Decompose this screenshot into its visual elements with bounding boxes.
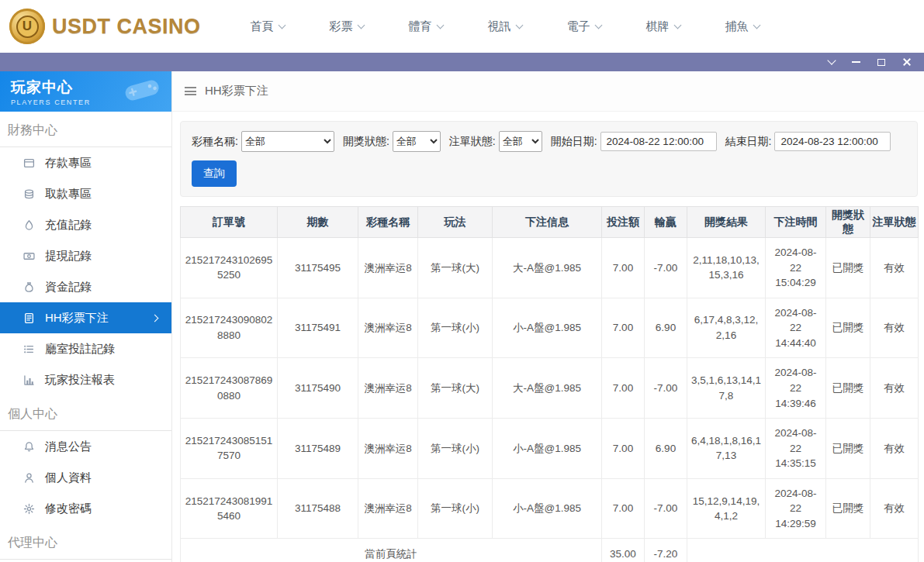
bet-records-table: 訂單號 期數 彩種名稱 玩法 下注信息 投注額 輸贏 開獎結果 下注時間 開獎狀… <box>180 206 919 562</box>
menu-item-electronic[interactable]: 電子 <box>567 19 601 34</box>
win-cell: -7.00 <box>645 238 687 298</box>
order-status-select[interactable]: 全部 <box>499 131 542 152</box>
filter-row: 彩種名稱: 全部 開獎狀態: 全部 注單狀態: 全部 開始日期: 結束日期: <box>192 131 908 152</box>
result-cell: 6,4,18,1,8,16,17,13 <box>687 419 766 479</box>
menu-item-lottery[interactable]: 彩票 <box>330 19 364 34</box>
draw-status-cell: 已開獎 <box>826 478 870 539</box>
sidebar-item-profile[interactable]: 個人資料 <box>0 462 171 493</box>
order-cell: 2152172430908028880 <box>181 298 278 358</box>
menu-item-label: 電子 <box>567 19 590 34</box>
order-cell: 2152172430851517570 <box>181 419 278 479</box>
column-header-lottery: 彩種名稱 <box>358 207 418 238</box>
chevron-down-icon <box>357 21 365 29</box>
menu-item-video[interactable]: 視訊 <box>488 19 522 34</box>
column-header-order: 訂單號 <box>181 207 278 238</box>
order-cell: 2152172430819915460 <box>181 478 278 539</box>
table-header-row: 訂單號 期數 彩種名稱 玩法 下注信息 投注額 輸贏 開獎結果 下注時間 開獎狀… <box>181 207 919 238</box>
column-header-play: 玩法 <box>418 207 493 238</box>
draw-status-cell: 已開獎 <box>826 419 870 479</box>
order-status-cell: 有效 <box>870 419 919 479</box>
sidebar-item-label: 提現記錄 <box>45 249 92 264</box>
minimize-icon[interactable] <box>852 61 860 63</box>
time-cell: 2024-08-22 15:04:29 <box>766 238 826 298</box>
order-status-cell: 有效 <box>870 298 919 358</box>
chevron-down-icon <box>594 21 602 29</box>
play-cell: 第一球(小) <box>418 298 493 358</box>
players-center-header: 玩家中心 PLAYERS CENTER <box>0 71 171 112</box>
main-menu: 首頁 彩票 體育 視訊 電子 棋牌 捕魚 <box>251 19 760 34</box>
order-status-label: 注單狀態: <box>449 135 496 149</box>
table-row: 2152172430851517570 31175489 澳洲幸运8 第一球(小… <box>181 419 919 479</box>
menu-item-boardgames[interactable]: 棋牌 <box>646 19 680 34</box>
win-cell: -7.00 <box>645 358 687 419</box>
section-header-personal: 個人中心 <box>0 395 171 431</box>
sidebar-item-label: 資金記錄 <box>45 280 92 295</box>
sidebar-item-hh-lottery-bet[interactable]: HH彩票下注 <box>0 302 171 333</box>
sidebar-item-label: HH彩票下注 <box>45 311 109 326</box>
end-date-input[interactable] <box>774 132 891 151</box>
sidebar-item-label: 取款專區 <box>45 187 92 202</box>
sidebar-item-label: 修改密碼 <box>45 502 92 516</box>
menu-item-fishing[interactable]: 捕魚 <box>725 19 760 34</box>
page-summary-row: 當前頁統計 35.00 -7.20 <box>181 539 919 562</box>
result-cell: 2,11,18,10,13,15,3,16 <box>687 238 766 298</box>
section-header-finance: 財務中心 <box>0 112 171 147</box>
result-cell: 15,12,9,14,19,4,1,2 <box>687 478 766 539</box>
gear-icon <box>23 503 35 515</box>
result-cell: 3,5,1,6,13,14,17,8 <box>687 358 766 419</box>
deposit-icon <box>23 157 35 169</box>
sidebar-item-recharge-record[interactable]: 充值記錄 <box>0 209 171 240</box>
page-summary-amount: 35.00 <box>602 539 645 562</box>
menu-item-label: 首頁 <box>251 19 274 34</box>
sidebar-item-announcements[interactable]: 消息公告 <box>0 431 171 462</box>
logo[interactable]: U USDT CASINO <box>9 9 201 44</box>
sidebar-item-withdraw[interactable]: 取款專區 <box>0 178 171 209</box>
sidebar-item-hall-bet-records[interactable]: 廳室投註記錄 <box>0 333 171 364</box>
chevron-down-icon <box>436 21 444 29</box>
chevron-down-icon <box>753 21 760 29</box>
amount-cell: 7.00 <box>602 478 645 539</box>
filter-panel: 彩種名稱: 全部 開獎狀態: 全部 注單狀態: 全部 開始日期: 結束日期: 查… <box>180 121 918 197</box>
lottery-cell: 澳洲幸运8 <box>358 419 418 479</box>
order-status-cell: 有效 <box>870 478 919 539</box>
bet-info-cell: 大-A盤@1.985 <box>493 358 602 419</box>
query-button[interactable]: 查詢 <box>192 160 237 187</box>
menu-item-home[interactable]: 首頁 <box>251 19 285 34</box>
amount-cell: 7.00 <box>602 358 645 419</box>
page-title: HH彩票下注 <box>205 84 268 98</box>
sidebar-item-funds-record[interactable]: 資金記錄 <box>0 271 171 302</box>
bet-info-cell: 大-A盤@1.985 <box>493 238 602 298</box>
bet-info-cell: 小-A盤@1.985 <box>493 298 602 358</box>
sidebar-item-change-password[interactable]: 修改密碼 <box>0 493 171 524</box>
sidebar-title: 玩家中心 <box>11 78 91 98</box>
start-date-input[interactable] <box>600 132 717 151</box>
sidebar-item-player-bet-report[interactable]: 玩家投注報表 <box>0 364 171 395</box>
chevron-down-icon <box>278 21 286 29</box>
game-controller-icon <box>120 76 164 107</box>
money-bag-icon <box>23 281 35 293</box>
lottery-name-select[interactable]: 全部 <box>241 131 334 152</box>
hamburger-menu-icon[interactable] <box>185 87 196 95</box>
sidebar-item-label: 存款專區 <box>45 156 92 171</box>
sidebar-item-cashout-record[interactable]: 提現記錄 <box>0 240 171 271</box>
collapse-chevron-icon[interactable] <box>827 56 836 64</box>
draw-status-select[interactable]: 全部 <box>393 131 441 152</box>
amount-cell: 7.00 <box>602 419 645 479</box>
maximize-icon[interactable] <box>877 59 885 66</box>
document-list-icon <box>23 312 35 324</box>
time-cell: 2024-08-22 14:35:15 <box>766 419 826 479</box>
sidebar-item-deposit[interactable]: 存款專區 <box>0 147 171 178</box>
coin-letter: U <box>16 16 39 38</box>
sidebar-item-label: 廳室投註記錄 <box>45 342 115 357</box>
menu-item-sports[interactable]: 體育 <box>409 19 443 34</box>
play-cell: 第一球(大) <box>418 358 493 419</box>
top-navbar: U USDT CASINO 首頁 彩票 體育 視訊 電子 棋牌 捕魚 <box>0 0 924 53</box>
amount-cell: 7.00 <box>602 238 645 298</box>
close-icon[interactable] <box>902 57 912 67</box>
menu-item-label: 彩票 <box>330 19 353 34</box>
bar-chart-icon <box>23 374 35 386</box>
lottery-name-label: 彩種名稱: <box>192 135 238 149</box>
column-header-order-status: 注單狀態 <box>870 207 919 238</box>
bet-info-cell: 小-A盤@1.985 <box>493 419 602 479</box>
column-header-win: 輸贏 <box>645 207 687 238</box>
